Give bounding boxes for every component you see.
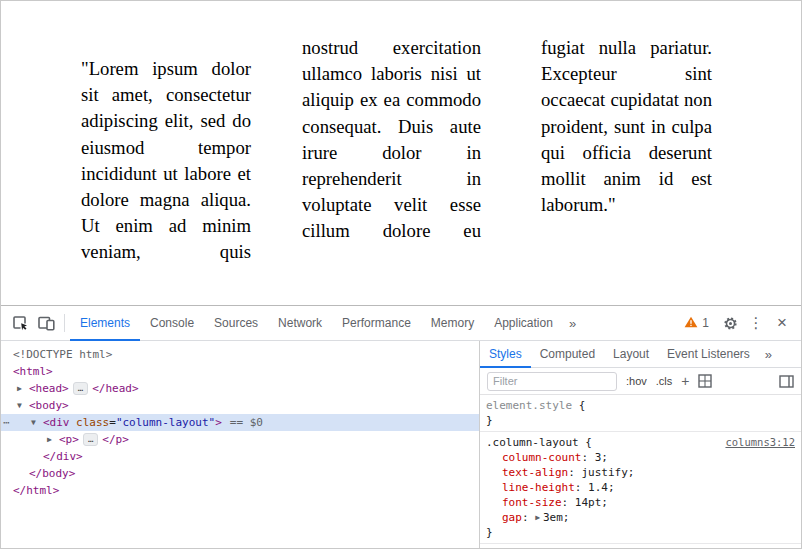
styles-filter-input[interactable] [487,372,617,391]
styles-sidebar: Styles Computed Layout Event Listeners »… [479,341,801,549]
rule-selector[interactable]: .column-layout [486,435,579,450]
tab-application[interactable]: Application [484,306,563,341]
tab-performance[interactable]: Performance [332,306,421,341]
more-tabs-icon[interactable]: » [563,316,582,331]
user-agent-div-rule: div { user agent stylesheet [480,544,801,549]
column-layout-rule: .column-layout { columns3:12 column-coun… [480,432,801,544]
tab-memory[interactable]: Memory [421,306,484,341]
tree-node-body-close[interactable]: </body> [1,465,479,482]
toggle-element-classes[interactable]: .cls [656,375,673,387]
browser-window: "Lorem ipsum dolor sit amet, consectetur… [0,0,802,549]
warning-triangle-icon [684,316,698,331]
css-property-font-size[interactable]: font-size: 14pt; [486,495,795,510]
css-property-column-count[interactable]: column-count: 3; [486,450,795,465]
more-actions-icon[interactable]: ⋯ [3,414,10,431]
text-column-2: nostrud exercitation ullamco laboris nis… [302,35,481,265]
devtools-body: <!DOCTYPE html> <html> ▶<head>…</head> ▼… [1,341,801,549]
new-style-rule-button[interactable]: + [681,373,689,389]
settings-gear-icon[interactable] [717,310,743,336]
tab-event-listeners[interactable]: Event Listeners [658,341,759,368]
warning-badge[interactable]: 1 [676,316,717,331]
expand-shorthand-icon[interactable]: ▶ [535,513,540,522]
styles-rules-list: element.style { } .column-layout { colum… [480,395,801,549]
stylesheet-source-link[interactable]: columns3:12 [725,435,795,450]
css-property-gap[interactable]: gap: ▶3em; [486,510,795,525]
expanded-arrow-icon[interactable]: ▼ [31,414,43,431]
device-toolbar-icon[interactable] [33,310,59,336]
elements-tree: <!DOCTYPE html> <html> ▶<head>…</head> ▼… [1,341,479,549]
element-style-section[interactable]: element.style { } [480,395,801,432]
devtools-toolbar: Elements Console Sources Network Perform… [1,306,801,341]
styles-filter-bar: :hov .cls + [480,368,801,395]
tab-styles[interactable]: Styles [480,341,531,368]
toolbar-divider [64,314,65,332]
tab-computed[interactable]: Computed [531,341,604,368]
tree-node-div-close[interactable]: </div> [1,448,479,465]
css-property-text-align[interactable]: text-align: justify; [486,465,795,480]
tree-node-html-close[interactable]: </html> [1,482,479,499]
tab-sources[interactable]: Sources [204,306,268,341]
text-column-1: "Lorem ipsum dolor sit amet, consectetur… [81,35,251,265]
tree-node-head[interactable]: ▶<head>…</head> [1,380,479,397]
selected-node-hint: == $0 [230,416,263,429]
expanded-arrow-icon[interactable]: ▼ [17,397,29,414]
toolbar-right-cluster: 1 ⋮ × [676,310,795,336]
expand-ellipsis-icon[interactable]: … [83,433,98,446]
text-column-3: fugiat nulla pariatur. Excepteur sint oc… [541,35,712,265]
column-layout: "Lorem ipsum dolor sit amet, consectetur… [1,1,801,265]
more-options-icon[interactable]: ⋮ [743,310,769,336]
tab-console[interactable]: Console [140,306,204,341]
tab-layout[interactable]: Layout [604,341,658,368]
sidebar-panel-icon[interactable] [779,375,794,388]
styles-sidebar-tabs: Styles Computed Layout Event Listeners » [480,341,801,368]
grid-overlay-icon[interactable] [698,374,712,388]
tree-node-html-open[interactable]: <html> [1,363,479,380]
toggle-hover-state[interactable]: :hov [626,375,647,387]
tree-node-doctype[interactable]: <!DOCTYPE html> [1,346,479,363]
more-sidebar-tabs-icon[interactable]: » [759,347,778,362]
tree-node-div-selected[interactable]: ⋯▼<div class="column-layout">== $0 [1,414,479,431]
rendered-page: "Lorem ipsum dolor sit amet, consectetur… [1,1,801,305]
inspect-icon[interactable] [7,310,33,336]
collapsed-arrow-icon[interactable]: ▶ [47,431,59,448]
warning-count: 1 [702,316,709,330]
tab-elements[interactable]: Elements [70,306,140,341]
tab-network[interactable]: Network [268,306,332,341]
close-icon[interactable]: × [769,310,795,336]
css-property-line-height[interactable]: line-height: 1.4; [486,480,795,495]
collapsed-arrow-icon[interactable]: ▶ [17,380,29,397]
tree-node-body-open[interactable]: ▼<body> [1,397,479,414]
tree-node-p[interactable]: ▶<p>…</p> [1,431,479,448]
expand-ellipsis-icon[interactable]: … [73,382,88,395]
devtools-panel: Elements Console Sources Network Perform… [1,305,801,549]
